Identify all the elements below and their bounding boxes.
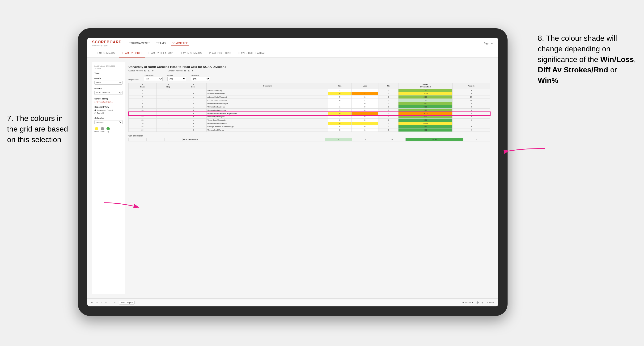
opponent-view-label: Opponent View [94,106,122,108]
table-cell: 14 [129,122,156,125]
table-cell: 2 [180,102,206,105]
table-cell: - [156,89,180,92]
table-cell: 1 [328,105,352,109]
table-cell: - [156,125,180,129]
nav-committee[interactable]: COMMITTEE [171,41,188,46]
share-icon: ⬆ [486,302,488,304]
table-cell: -4.33 [398,112,452,115]
table-cell: 0 [378,129,398,132]
app-header: SCOREBOARD Powered by clippd TOURNAMENTS… [87,38,498,49]
table-cell: 4 [180,125,206,129]
table-cell: -2.29 [398,92,452,95]
tab-team-h2h-heatmap[interactable]: TEAM H2H HEATMAP [145,49,176,57]
table-cell: 9 [452,119,490,122]
logo-text: SCOREBOARD [92,40,122,44]
table-cell: 3 [328,109,352,112]
conference-filter: Conference (All) [144,74,163,81]
tab-player-h2h-grid[interactable]: PLAYER H2H GRID [206,49,235,57]
table-cell: - [156,99,180,102]
watch-dropdown: ▼ [472,302,473,304]
table-cell: 0 [352,119,378,122]
table-cell: 4 [328,99,352,102]
table-cell: 0 [328,92,352,95]
table-cell: 6 [180,122,206,125]
tab-team-summary[interactable]: TEAM SUMMARY [92,49,119,57]
table-cell: 1 [352,129,378,132]
table-cell: 1 [180,105,206,109]
tab-player-summary[interactable]: PLAYER SUMMARY [176,49,206,57]
table-cell: 5.56 [398,119,452,122]
table-cell: 0 [378,105,398,109]
radio-opponents-played[interactable]: Opponents Played [94,109,122,111]
sign-out[interactable]: Sign out [484,42,494,45]
gender-select[interactable]: Men's [94,81,122,85]
table-cell: 12 [452,99,490,102]
table-row: 9-1University of Arizona1009.002 [129,105,490,109]
tab-team-h2h-grid[interactable]: TEAM H2H GRID [119,49,145,57]
table-cell: 2 [452,105,490,109]
table-cell: 1 [328,115,352,119]
ood-reg [146,138,164,141]
tab-player-h2h-heatmap[interactable]: PLAYER H2H HEATMAP [235,49,269,57]
toolbar-copy[interactable]: ⧉ [105,301,106,304]
table-cell: University of Arizona [206,105,328,109]
table-cell: 9 [129,105,156,109]
last-updated-time: 16:55:38 [94,67,122,69]
doc-wrapper: Last Updated: 27/03/2024 16:55:38 Team G… [92,62,494,294]
radio-dot-played [94,109,96,111]
toolbar-back[interactable]: ◁ [100,302,102,304]
conference-filter-select[interactable]: (All) [144,77,163,81]
table-cell: - [156,119,180,122]
colour-by-select[interactable]: Win/loss [94,120,122,124]
gender-section: Gender Men's [94,77,122,85]
table-cell: 2 [129,89,156,92]
toolbar-present[interactable]: ⊞ [482,302,484,304]
toolbar-comment[interactable]: 💬 [476,302,479,304]
toolbar-view[interactable]: View: Original [119,301,134,305]
tablet-frame: SCOREBOARD Powered by clippd TOURNAMENTS… [78,28,508,316]
nav-tournaments[interactable]: TOURNAMENTS [129,41,151,46]
nav-teams[interactable]: TEAMS [156,41,166,46]
toolbar-more[interactable]: ··· [109,302,111,304]
table-cell: 0 [328,112,352,115]
legend-dot-down [95,127,98,130]
overall-record: Overall Record: 89 - 17 - 0 [128,70,154,72]
table-row: 10-5University of Alabama3002.616 [129,109,490,112]
opponent-filter-label: Opponent [191,74,210,76]
table-cell: 0 [352,105,378,109]
table-cell: 1.83 [398,99,452,102]
table-cell: 3 [452,115,490,119]
team-section: Team [94,72,122,74]
opponent-filter-select[interactable]: (All) [191,77,210,81]
left-sidebar: Last Updated: 27/03/2024 16:55:38 Team G… [92,62,125,294]
table-cell: - [156,109,180,112]
toolbar-redo[interactable]: ↪ [96,302,98,304]
toolbar-clock[interactable]: ⏱ [114,302,116,304]
out-of-division-section: Out of division NCAA Division II 1 0 [128,135,490,141]
table-cell: 9 [452,89,490,92]
region-filter-select[interactable]: (All) [167,77,186,81]
toolbar-watch[interactable]: 👁 Watch ▼ [462,302,473,304]
table-cell: 1 [180,89,206,92]
legend-down-label: Down [94,131,99,133]
radio-dot-top100 [94,112,96,114]
toolbar-undo[interactable]: ↩ [91,302,93,304]
table-cell: 4.50 [398,125,452,129]
ood-loss: 0 [352,138,379,141]
overall-record-label: Overall Record: [128,70,143,72]
last-updated-section: Last Updated: 27/03/2024 16:55:38 [94,65,122,69]
division-select[interactable]: NCAA Division I [94,91,122,95]
ood-team: NCAA Division II [182,138,325,141]
table-cell: - [156,129,180,132]
radio-top100[interactable]: Top 100 [94,112,122,114]
table-cell: 0 [378,109,398,112]
table-cell: 0 [378,119,398,122]
legend-down: Down [94,127,99,133]
table-cell: - [156,102,180,105]
table-cell: 6.62 [398,129,452,132]
school-value[interactable]: 1. University of Nort... [94,101,122,103]
table-row: 6-2Florida State University4201.8312 [129,99,490,102]
toolbar-share[interactable]: ⬆ Share [486,302,494,304]
data-table: #Rank #Reg #Conf Opponent Win Loss Tie D… [128,83,490,132]
table-row: 8-2University of Washington1003.673 [129,102,490,105]
